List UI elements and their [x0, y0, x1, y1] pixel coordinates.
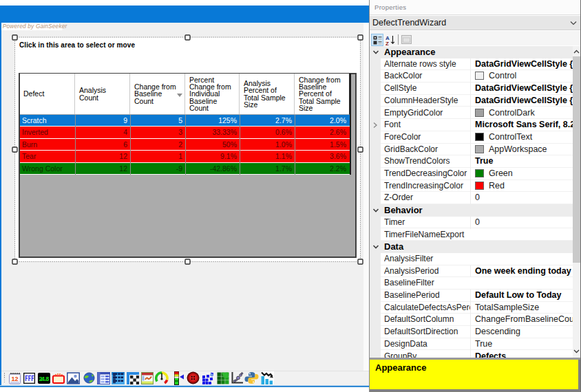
svg-text:24.8: 24.8: [39, 376, 50, 383]
svg-text:Z: Z: [385, 41, 389, 45]
svg-text:12: 12: [11, 375, 18, 382]
